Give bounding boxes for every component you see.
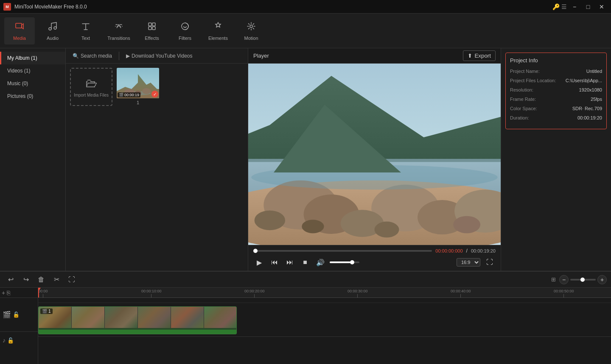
clip-thumbnails bbox=[39, 307, 236, 328]
minimize-button[interactable]: − bbox=[569, 2, 580, 11]
time-current: 00:00:00:000 bbox=[435, 248, 462, 253]
volume-button[interactable]: 🔊 bbox=[314, 256, 326, 268]
resolution-row: Resolution: 1920x1080 bbox=[510, 87, 602, 92]
progress-thumb[interactable] bbox=[253, 249, 258, 253]
app-logo: M bbox=[3, 3, 11, 11]
framerate-label: Frame Rate: bbox=[510, 97, 536, 102]
clip-bottom-bar bbox=[39, 330, 236, 334]
audio-label: Audio bbox=[47, 36, 59, 41]
toolbar-item-motion[interactable]: Motion bbox=[236, 17, 266, 44]
fit-icon: ⊞ bbox=[551, 276, 556, 283]
player-video bbox=[248, 64, 501, 245]
track-ctrl-audio: ♪ 🔓 bbox=[0, 332, 38, 349]
export-button[interactable]: ⬆ Export bbox=[463, 50, 496, 61]
add-track-icon[interactable]: + bbox=[2, 289, 5, 296]
main-toolbar: Media Audio Text Transitions bbox=[0, 14, 611, 48]
zoom-controls: ⊞ − + bbox=[551, 275, 607, 284]
video-lock-icon[interactable]: 🔓 bbox=[13, 311, 20, 318]
sidebar-item-myalbum[interactable]: My Album (1) bbox=[0, 52, 65, 64]
media-panel: 🔍 Search media ▶ Download YouTube Videos… bbox=[66, 48, 248, 271]
player-title: Player bbox=[253, 53, 269, 59]
delete-icon: 🗑 bbox=[38, 276, 45, 283]
effects-icon bbox=[147, 21, 157, 34]
menu-icon[interactable]: ☰ bbox=[561, 3, 567, 10]
search-media-button[interactable]: 🔍 Search media bbox=[69, 51, 115, 61]
filters-label: Filters bbox=[179, 36, 191, 41]
project-info-title: Project Info bbox=[510, 57, 602, 64]
youtube-download-button[interactable]: ▶ Download YouTube Videos bbox=[123, 51, 196, 61]
import-media-button[interactable]: 🗁 Import Media Files bbox=[70, 68, 112, 106]
key-icon[interactable]: 🔑 bbox=[552, 3, 560, 10]
toolbar-item-filters[interactable]: Filters bbox=[170, 17, 200, 44]
progress-bar[interactable] bbox=[253, 250, 432, 252]
title-bar: M MiniTool MovieMaker Free 8.0.0 🔑 ☰ − □… bbox=[0, 0, 611, 14]
stop-button[interactable]: ■ bbox=[299, 256, 311, 268]
audio-track bbox=[38, 337, 611, 354]
project-name-label: Project Name: bbox=[510, 69, 540, 74]
motion-label: Motion bbox=[244, 36, 258, 41]
toolbar-item-media[interactable]: Media bbox=[4, 17, 35, 44]
redo-icon: ↪ bbox=[23, 275, 29, 283]
resolution-label: Resolution: bbox=[510, 87, 533, 92]
sidebar-item-pictures[interactable]: Pictures (0) bbox=[0, 90, 65, 103]
redo-button[interactable]: ↪ bbox=[20, 274, 32, 286]
media-thumbnail[interactable]: 🎬 00:00:19 ✓ bbox=[117, 68, 159, 98]
svg-point-27 bbox=[302, 220, 324, 233]
clip-number: 🎬 1 bbox=[40, 308, 53, 314]
motion-icon bbox=[246, 21, 256, 34]
zoom-slider[interactable] bbox=[570, 279, 596, 281]
time-total: 00:00:19:20 bbox=[471, 248, 496, 253]
ruler-label-5: 00:00:50:00 bbox=[554, 289, 574, 293]
svg-rect-4 bbox=[152, 23, 155, 26]
toolbar-item-text[interactable]: Text bbox=[70, 17, 101, 44]
fullscreen-button[interactable]: ⛶ bbox=[484, 256, 496, 268]
svg-point-14 bbox=[142, 88, 151, 94]
text-icon bbox=[81, 21, 91, 34]
video-clip[interactable]: 🎬 1 bbox=[38, 306, 237, 334]
skip-forward-button[interactable]: ⏭ bbox=[284, 256, 296, 268]
svg-point-2 bbox=[54, 27, 56, 29]
transitions-icon bbox=[114, 21, 124, 34]
toolbar-item-effects[interactable]: Effects bbox=[137, 17, 167, 44]
audio-lock-icon[interactable]: 🔓 bbox=[7, 337, 14, 344]
volume-bar[interactable] bbox=[330, 261, 359, 263]
zoom-minus-button[interactable]: − bbox=[559, 275, 569, 284]
media-toolbar: 🔍 Search media ▶ Download YouTube Videos bbox=[66, 48, 248, 64]
skip-back-button[interactable]: ⏮ bbox=[269, 256, 280, 268]
playhead[interactable] bbox=[38, 288, 39, 297]
app-title: MiniTool MovieMaker Free 8.0.0 bbox=[14, 4, 87, 10]
sidebar: My Album (1) Videos (1) Music (0) Pictur… bbox=[0, 48, 66, 271]
toolbar-item-transitions[interactable]: Transitions bbox=[104, 17, 134, 44]
aspect-ratio-select[interactable]: 16:9 4:3 1:1 9:16 bbox=[457, 258, 480, 267]
toolbar-item-audio[interactable]: Audio bbox=[37, 17, 68, 44]
sidebar-item-music[interactable]: Music (0) bbox=[0, 77, 65, 90]
toolbar-item-elements[interactable]: Elements bbox=[203, 17, 233, 44]
play-button[interactable]: ▶ bbox=[253, 256, 265, 268]
close-button[interactable]: ✕ bbox=[596, 2, 608, 11]
clip-video-icon: 🎬 bbox=[42, 309, 47, 314]
project-location-label: Project Files Location: bbox=[510, 78, 556, 83]
search-icon: 🔍 bbox=[73, 53, 79, 59]
delete-button[interactable]: 🗑 bbox=[35, 274, 48, 286]
maximize-button[interactable]: □ bbox=[582, 2, 594, 11]
clip-thumb-4 bbox=[138, 307, 171, 328]
toolbar-divider bbox=[119, 52, 119, 60]
cut-button[interactable]: ✂ bbox=[50, 274, 63, 286]
svg-point-28 bbox=[375, 222, 399, 238]
media-item-number: 1 bbox=[117, 100, 159, 105]
zoom-plus-button[interactable]: + bbox=[597, 275, 607, 284]
cut-icon: ✂ bbox=[54, 275, 59, 283]
track-ctrl-video: 🎬 🔓 bbox=[0, 298, 38, 332]
timeline-toolbar: ↩ ↪ 🗑 ✂ ⛶ ⊞ − + bbox=[0, 272, 611, 288]
svg-point-29 bbox=[251, 165, 497, 189]
crop-button[interactable]: ⛶ bbox=[65, 274, 78, 286]
sidebar-item-videos[interactable]: Videos (1) bbox=[0, 64, 65, 77]
zoom-thumb[interactable] bbox=[580, 278, 585, 282]
video-frame bbox=[248, 64, 501, 245]
copy-track-icon[interactable]: ⎘ bbox=[7, 289, 10, 296]
volume-thumb[interactable] bbox=[350, 260, 354, 264]
undo-button[interactable]: ↩ bbox=[4, 274, 17, 286]
svg-rect-5 bbox=[149, 27, 151, 30]
transitions-label: Transitions bbox=[107, 36, 130, 41]
title-bar-controls: 🔑 ☰ − □ ✕ bbox=[552, 2, 608, 11]
